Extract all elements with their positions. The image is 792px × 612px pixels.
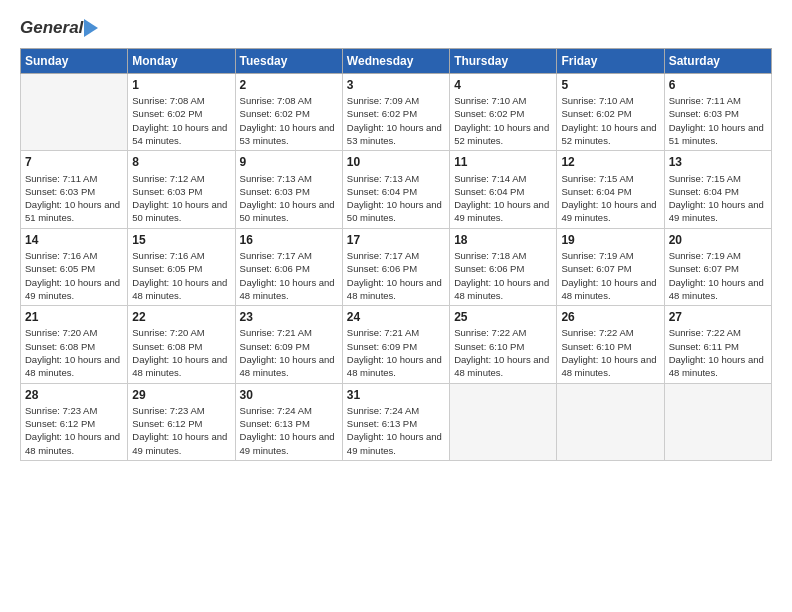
day-number: 24 bbox=[347, 309, 445, 325]
day-number: 13 bbox=[669, 154, 767, 170]
day-info: Sunrise: 7:15 AM Sunset: 6:04 PM Dayligh… bbox=[669, 172, 767, 225]
day-info: Sunrise: 7:22 AM Sunset: 6:10 PM Dayligh… bbox=[561, 326, 659, 379]
day-info: Sunrise: 7:22 AM Sunset: 6:11 PM Dayligh… bbox=[669, 326, 767, 379]
calendar-cell: 31Sunrise: 7:24 AM Sunset: 6:13 PM Dayli… bbox=[342, 383, 449, 460]
day-info: Sunrise: 7:12 AM Sunset: 6:03 PM Dayligh… bbox=[132, 172, 230, 225]
calendar-cell: 15Sunrise: 7:16 AM Sunset: 6:05 PM Dayli… bbox=[128, 228, 235, 305]
day-number: 16 bbox=[240, 232, 338, 248]
day-number: 25 bbox=[454, 309, 552, 325]
day-info: Sunrise: 7:24 AM Sunset: 6:13 PM Dayligh… bbox=[347, 404, 445, 457]
day-info: Sunrise: 7:13 AM Sunset: 6:03 PM Dayligh… bbox=[240, 172, 338, 225]
calendar-cell: 7Sunrise: 7:11 AM Sunset: 6:03 PM Daylig… bbox=[21, 151, 128, 228]
calendar-cell bbox=[21, 74, 128, 151]
day-number: 19 bbox=[561, 232, 659, 248]
day-number: 9 bbox=[240, 154, 338, 170]
day-number: 7 bbox=[25, 154, 123, 170]
day-info: Sunrise: 7:14 AM Sunset: 6:04 PM Dayligh… bbox=[454, 172, 552, 225]
day-info: Sunrise: 7:16 AM Sunset: 6:05 PM Dayligh… bbox=[25, 249, 123, 302]
calendar-cell: 5Sunrise: 7:10 AM Sunset: 6:02 PM Daylig… bbox=[557, 74, 664, 151]
calendar-cell: 10Sunrise: 7:13 AM Sunset: 6:04 PM Dayli… bbox=[342, 151, 449, 228]
calendar-header-tuesday: Tuesday bbox=[235, 49, 342, 74]
day-number: 6 bbox=[669, 77, 767, 93]
day-info: Sunrise: 7:19 AM Sunset: 6:07 PM Dayligh… bbox=[669, 249, 767, 302]
day-info: Sunrise: 7:19 AM Sunset: 6:07 PM Dayligh… bbox=[561, 249, 659, 302]
calendar-cell: 12Sunrise: 7:15 AM Sunset: 6:04 PM Dayli… bbox=[557, 151, 664, 228]
calendar-header-monday: Monday bbox=[128, 49, 235, 74]
calendar-cell: 19Sunrise: 7:19 AM Sunset: 6:07 PM Dayli… bbox=[557, 228, 664, 305]
calendar-cell: 4Sunrise: 7:10 AM Sunset: 6:02 PM Daylig… bbox=[450, 74, 557, 151]
calendar-cell: 13Sunrise: 7:15 AM Sunset: 6:04 PM Dayli… bbox=[664, 151, 771, 228]
day-number: 26 bbox=[561, 309, 659, 325]
calendar-cell: 11Sunrise: 7:14 AM Sunset: 6:04 PM Dayli… bbox=[450, 151, 557, 228]
day-info: Sunrise: 7:21 AM Sunset: 6:09 PM Dayligh… bbox=[347, 326, 445, 379]
calendar-cell: 9Sunrise: 7:13 AM Sunset: 6:03 PM Daylig… bbox=[235, 151, 342, 228]
day-number: 23 bbox=[240, 309, 338, 325]
calendar-cell: 3Sunrise: 7:09 AM Sunset: 6:02 PM Daylig… bbox=[342, 74, 449, 151]
day-number: 30 bbox=[240, 387, 338, 403]
calendar-cell: 28Sunrise: 7:23 AM Sunset: 6:12 PM Dayli… bbox=[21, 383, 128, 460]
day-info: Sunrise: 7:24 AM Sunset: 6:13 PM Dayligh… bbox=[240, 404, 338, 457]
calendar-week-2: 7Sunrise: 7:11 AM Sunset: 6:03 PM Daylig… bbox=[21, 151, 772, 228]
calendar-cell: 29Sunrise: 7:23 AM Sunset: 6:12 PM Dayli… bbox=[128, 383, 235, 460]
page: General SundayMondayTuesdayWednesdayThur… bbox=[0, 0, 792, 612]
calendar-cell: 16Sunrise: 7:17 AM Sunset: 6:06 PM Dayli… bbox=[235, 228, 342, 305]
calendar-cell bbox=[450, 383, 557, 460]
calendar-week-3: 14Sunrise: 7:16 AM Sunset: 6:05 PM Dayli… bbox=[21, 228, 772, 305]
calendar-cell: 17Sunrise: 7:17 AM Sunset: 6:06 PM Dayli… bbox=[342, 228, 449, 305]
calendar-cell: 2Sunrise: 7:08 AM Sunset: 6:02 PM Daylig… bbox=[235, 74, 342, 151]
day-info: Sunrise: 7:22 AM Sunset: 6:10 PM Dayligh… bbox=[454, 326, 552, 379]
day-number: 10 bbox=[347, 154, 445, 170]
calendar-cell: 30Sunrise: 7:24 AM Sunset: 6:13 PM Dayli… bbox=[235, 383, 342, 460]
calendar-header-friday: Friday bbox=[557, 49, 664, 74]
day-info: Sunrise: 7:17 AM Sunset: 6:06 PM Dayligh… bbox=[347, 249, 445, 302]
day-info: Sunrise: 7:08 AM Sunset: 6:02 PM Dayligh… bbox=[132, 94, 230, 147]
day-info: Sunrise: 7:13 AM Sunset: 6:04 PM Dayligh… bbox=[347, 172, 445, 225]
calendar-cell: 22Sunrise: 7:20 AM Sunset: 6:08 PM Dayli… bbox=[128, 306, 235, 383]
day-info: Sunrise: 7:23 AM Sunset: 6:12 PM Dayligh… bbox=[132, 404, 230, 457]
day-info: Sunrise: 7:08 AM Sunset: 6:02 PM Dayligh… bbox=[240, 94, 338, 147]
day-info: Sunrise: 7:11 AM Sunset: 6:03 PM Dayligh… bbox=[669, 94, 767, 147]
day-number: 31 bbox=[347, 387, 445, 403]
calendar-header-thursday: Thursday bbox=[450, 49, 557, 74]
calendar-cell: 1Sunrise: 7:08 AM Sunset: 6:02 PM Daylig… bbox=[128, 74, 235, 151]
day-number: 21 bbox=[25, 309, 123, 325]
header: General bbox=[20, 18, 772, 38]
day-info: Sunrise: 7:16 AM Sunset: 6:05 PM Dayligh… bbox=[132, 249, 230, 302]
logo: General bbox=[20, 18, 99, 38]
day-info: Sunrise: 7:23 AM Sunset: 6:12 PM Dayligh… bbox=[25, 404, 123, 457]
calendar-cell: 21Sunrise: 7:20 AM Sunset: 6:08 PM Dayli… bbox=[21, 306, 128, 383]
day-info: Sunrise: 7:09 AM Sunset: 6:02 PM Dayligh… bbox=[347, 94, 445, 147]
calendar-header-saturday: Saturday bbox=[664, 49, 771, 74]
day-number: 27 bbox=[669, 309, 767, 325]
calendar-cell: 14Sunrise: 7:16 AM Sunset: 6:05 PM Dayli… bbox=[21, 228, 128, 305]
day-number: 4 bbox=[454, 77, 552, 93]
day-info: Sunrise: 7:20 AM Sunset: 6:08 PM Dayligh… bbox=[25, 326, 123, 379]
day-info: Sunrise: 7:18 AM Sunset: 6:06 PM Dayligh… bbox=[454, 249, 552, 302]
logo-chevron-icon bbox=[84, 19, 98, 37]
day-number: 1 bbox=[132, 77, 230, 93]
day-number: 5 bbox=[561, 77, 659, 93]
day-number: 17 bbox=[347, 232, 445, 248]
day-number: 12 bbox=[561, 154, 659, 170]
calendar-header-sunday: Sunday bbox=[21, 49, 128, 74]
day-number: 28 bbox=[25, 387, 123, 403]
calendar-cell: 8Sunrise: 7:12 AM Sunset: 6:03 PM Daylig… bbox=[128, 151, 235, 228]
day-number: 8 bbox=[132, 154, 230, 170]
day-number: 2 bbox=[240, 77, 338, 93]
day-info: Sunrise: 7:21 AM Sunset: 6:09 PM Dayligh… bbox=[240, 326, 338, 379]
day-number: 15 bbox=[132, 232, 230, 248]
calendar-cell: 27Sunrise: 7:22 AM Sunset: 6:11 PM Dayli… bbox=[664, 306, 771, 383]
day-info: Sunrise: 7:15 AM Sunset: 6:04 PM Dayligh… bbox=[561, 172, 659, 225]
day-info: Sunrise: 7:17 AM Sunset: 6:06 PM Dayligh… bbox=[240, 249, 338, 302]
calendar-week-1: 1Sunrise: 7:08 AM Sunset: 6:02 PM Daylig… bbox=[21, 74, 772, 151]
calendar-table: SundayMondayTuesdayWednesdayThursdayFrid… bbox=[20, 48, 772, 461]
calendar-cell bbox=[557, 383, 664, 460]
calendar-cell: 25Sunrise: 7:22 AM Sunset: 6:10 PM Dayli… bbox=[450, 306, 557, 383]
day-number: 11 bbox=[454, 154, 552, 170]
calendar-cell: 6Sunrise: 7:11 AM Sunset: 6:03 PM Daylig… bbox=[664, 74, 771, 151]
calendar-header-wednesday: Wednesday bbox=[342, 49, 449, 74]
day-info: Sunrise: 7:10 AM Sunset: 6:02 PM Dayligh… bbox=[454, 94, 552, 147]
calendar-cell bbox=[664, 383, 771, 460]
day-number: 14 bbox=[25, 232, 123, 248]
calendar-cell: 24Sunrise: 7:21 AM Sunset: 6:09 PM Dayli… bbox=[342, 306, 449, 383]
